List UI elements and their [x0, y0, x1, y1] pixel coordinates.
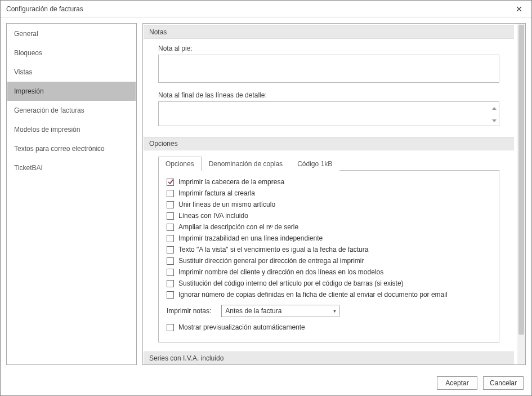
- section-title-series: Series con I.V.A. incluido: [144, 351, 514, 364]
- scroll-down-button[interactable]: [490, 115, 499, 128]
- section-title-notas: Notas: [144, 25, 514, 39]
- checkbox-label-dirent: Sustituir dirección general por direcció…: [178, 257, 364, 265]
- checkbox-unir[interactable]: [167, 201, 174, 208]
- checkbox-label-previs: Mostrar previsualización automáticamente: [178, 323, 305, 331]
- dialog-footer: Aceptar Cancelar: [1, 371, 531, 395]
- checkbox-alavista[interactable]: [167, 246, 174, 253]
- sidebar-item-correo[interactable]: Textos para correo electrónico: [7, 139, 136, 158]
- dialog-window: Configuración de facturas GeneralBloqueo…: [0, 0, 532, 396]
- checkbox-label-iva: Líneas con IVA incluido: [178, 212, 248, 220]
- chevron-down-icon: ▼: [332, 309, 337, 314]
- checkbox-row-trazab: Imprimir trazabilidad en una línea indep…: [167, 233, 491, 244]
- chevron-up-icon: [492, 107, 497, 110]
- checkbox-label-cbarras: Sustitución del código interno del artíc…: [178, 279, 404, 287]
- select-imprimir-notas[interactable]: Antes de la factura ▼: [221, 305, 339, 317]
- checkbox-label-crearla: Imprimir factura al crearla: [178, 189, 255, 197]
- checkbox-label-ncopias: Ignorar número de copias definidas en la…: [178, 291, 448, 299]
- section-body-notas: Nota al pie: Nota al final de las líneas…: [144, 39, 514, 136]
- sidebar-item-bloqueos[interactable]: Bloqueos: [7, 43, 136, 63]
- close-icon: [516, 6, 522, 12]
- tabstrip: OpcionesDenominación de copiasCódigo 1kB: [158, 156, 499, 171]
- scroll-vertical: [490, 102, 499, 127]
- checkbox-ncopias[interactable]: [167, 291, 174, 299]
- checkbox-label-alavista: Texto "A la vista" si el vencimiento es …: [178, 246, 368, 253]
- checkbox-serie[interactable]: [167, 224, 174, 231]
- checkbox-row-previs: Mostrar previsualización automáticamente: [167, 322, 491, 333]
- textarea-nota-al-pie[interactable]: [158, 55, 499, 83]
- select-value: Antes de la factura: [225, 307, 281, 315]
- checkbox-row-alavista: Texto "A la vista" si el vencimiento es …: [167, 244, 491, 255]
- checkbox-label-unir: Unir líneas de un mismo artículo: [178, 201, 275, 208]
- label-imprimir-notas: Imprimir notas:: [167, 307, 211, 315]
- row-imprimir-notas: Imprimir notas: Antes de la factura ▼: [167, 300, 491, 322]
- main-content: Notas Nota al pie: Nota al final de las …: [143, 24, 517, 364]
- tab-content-opciones: Imprimir la cabecera de la empresaImprim…: [158, 171, 499, 342]
- checkbox-row-doslineas: Imprimir nombre del cliente y dirección …: [167, 266, 491, 278]
- checkbox-doslineas[interactable]: [167, 269, 174, 276]
- sidebar-item-general[interactable]: General: [7, 24, 136, 43]
- close-button[interactable]: [506, 1, 531, 17]
- checkbox-row-ncopias: Ignorar número de copias definidas en la…: [167, 289, 491, 300]
- tab-opciones[interactable]: Opciones: [158, 157, 202, 171]
- sidebar-item-gen-facturas[interactable]: Generación de facturas: [7, 101, 136, 120]
- checkbox-row-iva: Líneas con IVA incluido: [167, 210, 491, 221]
- checkbox-row-serie: Ampliar la descripción con el nº de seri…: [167, 221, 491, 233]
- checkbox-dirent[interactable]: [167, 257, 174, 265]
- label-nota-detalle: Nota al final de las líneas de detalle:: [158, 91, 499, 99]
- section-body-opciones: OpcionesDenominación de copiasCódigo 1kB…: [144, 150, 514, 350]
- checkbox-row-cabecera: Imprimir la cabecera de la empresa: [167, 176, 491, 188]
- dialog-body: GeneralBloqueosVistasImpresiónGeneración…: [1, 17, 531, 371]
- checkbox-row-crearla: Imprimir factura al crearla: [167, 188, 491, 199]
- sidebar-item-impresion[interactable]: Impresión: [7, 82, 136, 101]
- checkbox-crearla[interactable]: [167, 190, 174, 197]
- sidebar-item-vistas[interactable]: Vistas: [7, 63, 136, 82]
- sidebar-item-ticketbai[interactable]: TicketBAI: [7, 158, 136, 177]
- checkbox-row-cbarras: Sustitución del código interno del artíc…: [167, 278, 491, 289]
- scroll-up-button[interactable]: [490, 102, 499, 115]
- cancel-button[interactable]: Cancelar: [483, 376, 524, 390]
- main-scrollbar-thumb[interactable]: [518, 25, 524, 335]
- checkbox-row-dirent: Sustituir dirección general por direcció…: [167, 255, 491, 266]
- tab-c1kb[interactable]: Código 1kB: [290, 157, 339, 171]
- window-title: Configuración de facturas: [6, 5, 83, 13]
- main-scrollbar[interactable]: [517, 24, 525, 364]
- checkbox-iva[interactable]: [167, 212, 174, 220]
- titlebar: Configuración de facturas: [1, 1, 531, 17]
- checkbox-cabecera[interactable]: [167, 179, 174, 186]
- checkbox-cbarras[interactable]: [167, 280, 174, 287]
- label-nota-al-pie: Nota al pie:: [158, 45, 499, 52]
- textarea-nota-detalle[interactable]: [158, 101, 499, 126]
- section-title-opciones: Opciones: [144, 137, 514, 150]
- main-panel: Notas Nota al pie: Nota al final de las …: [142, 23, 526, 365]
- chevron-down-icon: [492, 119, 497, 122]
- sidebar-item-modelos[interactable]: Modelos de impresión: [7, 120, 136, 139]
- checkbox-label-serie: Ampliar la descripción con el nº de seri…: [178, 223, 298, 231]
- sidebar: GeneralBloqueosVistasImpresiónGeneración…: [6, 23, 137, 365]
- checkbox-label-cabecera: Imprimir la cabecera de la empresa: [178, 178, 284, 186]
- checkbox-previs[interactable]: [167, 324, 174, 331]
- checkbox-label-doslineas: Imprimir nombre del cliente y dirección …: [178, 268, 383, 276]
- accept-button[interactable]: Aceptar: [437, 376, 477, 390]
- checkbox-label-trazab: Imprimir trazabilidad en una línea indep…: [178, 234, 323, 242]
- checkbox-row-unir: Unir líneas de un mismo artículo: [167, 199, 491, 210]
- tab-denom[interactable]: Denominación de copias: [202, 157, 290, 171]
- checkbox-trazab[interactable]: [167, 235, 174, 242]
